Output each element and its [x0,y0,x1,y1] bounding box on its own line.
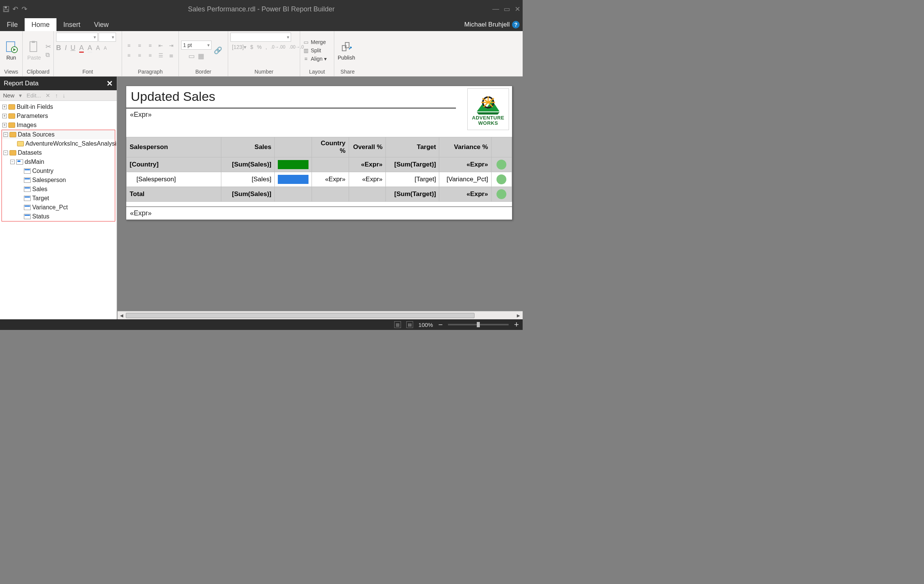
tab-insert[interactable]: Insert [56,18,87,31]
tab-home[interactable]: Home [25,18,56,31]
help-icon[interactable]: ? [512,21,520,28]
cell[interactable]: «Expr» [349,172,386,187]
cell-bar[interactable] [275,172,312,187]
cell[interactable]: [Sum(Sales)] [221,157,274,172]
save-icon[interactable] [2,5,10,13]
report-title[interactable]: Updated Sales [126,86,456,108]
rd-delete-icon[interactable]: ✕ [46,92,50,99]
align-center-icon[interactable]: ≡ [135,41,144,50]
col-overall-pct[interactable]: Overall % [349,137,386,157]
tree-images[interactable]: Images [16,122,36,129]
publish-button[interactable]: Publish [337,34,356,67]
cell[interactable]: Total [127,187,221,202]
cell[interactable]: [Sum(Target)] [386,187,439,202]
tree-field[interactable]: Target [32,195,49,202]
align-button[interactable]: ≡Align ▾ [302,55,327,62]
valign-bot-icon[interactable]: ≡ [145,51,155,60]
tab-file[interactable]: File [0,18,25,31]
cell-bar[interactable] [275,157,312,172]
grow-font-icon[interactable]: A [96,45,100,51]
cell[interactable]: «Expr» [349,157,386,172]
font-size-combo[interactable]: ▾ [99,33,116,42]
cell[interactable]: [Country] [127,157,221,172]
highlight-icon[interactable]: A [87,44,92,52]
cell[interactable]: [Sales] [221,172,274,187]
split-button[interactable]: ▥Split [302,47,327,54]
cell-indicator[interactable] [491,172,512,187]
merge-button[interactable]: ▭Merge [302,39,327,46]
bold-icon[interactable]: B [56,44,61,52]
close-icon[interactable]: ✕ [515,5,520,13]
report-footer-expr[interactable]: «Expr» [126,206,512,220]
rd-new-button[interactable]: New [3,92,15,99]
number-format-combo[interactable]: ▾ [231,33,291,42]
tree-datasets[interactable]: Datasets [18,149,42,156]
cell[interactable]: «Expr» [439,187,491,202]
cell-indicator[interactable] [491,187,512,202]
report-body[interactable]: Updated Sales «Expr» [126,86,512,220]
design-view-icon[interactable]: ▥ [394,321,401,328]
align-left-icon[interactable]: ≡ [124,41,134,50]
italic-icon[interactable]: I [65,44,67,52]
underline-icon[interactable]: U [71,44,76,52]
cell-indicator[interactable] [491,157,512,172]
zoom-out-icon[interactable]: − [438,321,443,329]
indent-inc-icon[interactable]: ⇥ [167,41,176,50]
tree-parameters[interactable]: Parameters [16,112,48,119]
report-header-expr[interactable]: «Expr» [126,108,467,121]
font-color-icon[interactable]: A [79,44,84,52]
tree-field[interactable]: Variance_Pct [32,204,68,211]
tree-field[interactable]: Country [32,168,53,174]
col-target[interactable]: Target [386,137,439,157]
tree-builtin[interactable]: Built-in Fields [16,104,53,110]
border-width-combo[interactable]: 1 pt▾ [181,41,211,50]
percent-icon[interactable]: % [257,44,262,50]
scroll-left-icon[interactable]: ◄ [117,313,126,319]
shrink-font-icon[interactable]: A [104,46,107,51]
report-data-tree[interactable]: +Built-in Fields +Parameters +Images −Da… [0,101,117,319]
numbering-icon[interactable]: ≣ [167,51,176,60]
placeholder-icon[interactable]: [123]▾ [232,44,246,50]
tree-field[interactable]: Status [32,213,49,220]
col-variance[interactable]: Variance % [439,137,491,157]
comma-icon[interactable]: , [265,44,267,50]
currency-icon[interactable]: $ [250,44,253,50]
border-preset-icon[interactable]: ▦ [198,52,204,60]
cell[interactable]: «Expr» [312,172,349,187]
border-link-icon[interactable]: 🔗 [214,46,222,55]
tree-datasources[interactable]: Data Sources [18,131,54,138]
cell[interactable]: [Sum(Target)] [386,157,439,172]
cut-icon[interactable]: ✂ [46,43,51,51]
minimize-icon[interactable]: — [492,5,499,13]
paste-button[interactable]: Paste [25,34,43,67]
tree-dataset-dsmain[interactable]: dsMain [25,159,45,165]
cell[interactable]: [Target] [386,172,439,187]
col-sales[interactable]: Sales [221,137,274,157]
copy-icon[interactable]: ⧉ [46,51,51,58]
pane-close-icon[interactable]: ✕ [107,79,113,88]
col-indicator[interactable] [491,137,512,157]
font-family-combo[interactable]: ▾ [56,33,98,42]
tree-field[interactable]: Salesperson [32,177,66,184]
cell[interactable]: [Salesperson] [127,172,221,187]
indent-dec-icon[interactable]: ⇤ [156,41,165,50]
tab-view[interactable]: View [87,18,116,31]
undo-icon[interactable]: ↶ [12,5,19,13]
rd-up-icon[interactable]: ↑ [55,92,58,99]
tree-ds-item[interactable]: AdventureWorksInc_SalesAnalysis [25,140,117,147]
horizontal-scrollbar[interactable]: ◄ ► [117,311,523,319]
redo-icon[interactable]: ↷ [20,5,28,13]
col-country-pct[interactable]: Country % [312,137,349,157]
col-salesperson[interactable]: Salesperson [127,137,221,157]
zoom-slider[interactable] [448,324,508,325]
report-tablix[interactable]: Salesperson Sales Country % Overall % Ta… [126,137,512,202]
zoom-in-icon[interactable]: + [514,320,519,329]
preview-view-icon[interactable]: ▤ [406,321,413,328]
bullets-icon[interactable]: ☰ [156,51,165,60]
scroll-right-icon[interactable]: ► [514,313,523,319]
cell[interactable]: [Sum(Sales)] [221,187,274,202]
valign-top-icon[interactable]: ≡ [124,51,134,60]
cell[interactable]: «Expr» [439,157,491,172]
run-button[interactable]: Run [2,34,20,67]
tree-field[interactable]: Sales [32,186,47,193]
